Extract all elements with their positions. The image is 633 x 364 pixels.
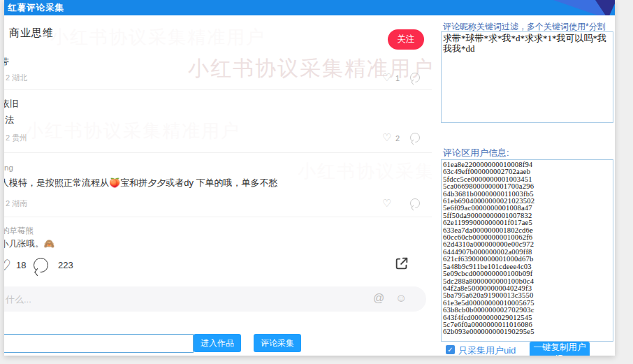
window-title: 红薯评论采集 [8, 2, 64, 14]
reply-bubble-icon[interactable] [410, 133, 420, 143]
copy-user-ids-button[interactable]: 一键复制用户ID [530, 342, 590, 356]
note-url-input[interactable] [4, 334, 194, 353]
post-like-count: 18 [16, 260, 26, 270]
uid-only-checkbox[interactable]: ✓ [446, 345, 455, 354]
open-external-icon[interactable] [394, 256, 409, 271]
uid-only-label[interactable]: 只采集用户uid [458, 344, 516, 356]
composer-placeholder: 什么... [6, 293, 31, 306]
comment-composer[interactable]: 什么... @ ☺ [4, 286, 426, 312]
comments-pane: 小红书协议采集精准用户 小红书协议采集精准用户 小红书协议采集精准用户 小红书协… [4, 15, 432, 356]
comment-text: 人模特，是按照正常流程从🍑宝和拼夕夕或者dy 下单的哦，单多不愁 [4, 177, 278, 189]
divider [4, 217, 432, 217]
like-heart-icon[interactable]: ♡ [382, 72, 391, 82]
collector-pane: 评论昵称关键词过滤，多个关键词使用*分割 求带*球带*求*我*d*求求*1*我可… [436, 15, 615, 356]
mention-at-icon[interactable]: @ [373, 292, 384, 305]
reply-bubble-icon[interactable] [410, 73, 420, 82]
comment-text: 法 [5, 114, 14, 126]
comment-meta: 2 湖南 [6, 198, 27, 209]
comment-text: 小几张哦。🙈 [4, 238, 54, 250]
post-comment-icon[interactable] [34, 258, 48, 272]
app-window: 红薯评论采集 小红书协议采集精准用户 小红书协议采集精准用户 小红书协议采集精准… [4, 0, 615, 356]
like-heart-icon[interactable]: ♡ [382, 132, 391, 143]
user-id-list-textarea[interactable]: 61ea8e220000000010008f94 63c49eff0000000… [441, 159, 613, 342]
keyword-filter-textarea[interactable]: 求带*球带*求*我*d*求求*1*我可以吗*我我我*dd [441, 31, 613, 123]
post-comment-count: 223 [58, 260, 73, 270]
title-bar[interactable]: 红薯评论采集 [4, 0, 615, 15]
screen: 红薯评论采集 小红书协议采集精准用户 小红书协议采集精准用户 小红书协议采集精准… [0, 0, 633, 364]
comment-username[interactable]: 的草莓熊 [4, 226, 34, 236]
emoji-smiley-icon[interactable]: ☺ [395, 292, 407, 305]
enter-note-button[interactable]: 进入作品 [194, 334, 241, 352]
post-author-title: 商业思维 [9, 27, 54, 40]
divider [4, 152, 432, 153]
like-count: 2 [395, 134, 400, 143]
comment-meta: 2 湖北 [6, 73, 27, 83]
post-like-icon[interactable]: ♡ [4, 257, 11, 274]
comment-text: 依旧 [4, 98, 19, 110]
comment-meta: 2 贵州 [6, 133, 27, 143]
user-info-label: 评论区用户信息: [443, 147, 509, 159]
watermark-faint: 小红书协议采集精准用户 [50, 25, 265, 50]
watermark-faint: 小红书协议采集精准用户 [25, 119, 240, 143]
divider [4, 89, 432, 90]
like-count: 1 [395, 74, 400, 82]
like-heart-icon[interactable]: ♡ [382, 198, 391, 208]
collect-comments-button[interactable]: 评论采集 [254, 334, 301, 352]
comment-text: 带 [4, 56, 9, 68]
follow-button[interactable]: 关注 [388, 29, 424, 50]
watermark-faint: 小红书协议采集精准用户 [298, 159, 432, 184]
reply-bubble-icon[interactable] [410, 198, 420, 208]
comment-username[interactable]: ng [4, 163, 13, 172]
